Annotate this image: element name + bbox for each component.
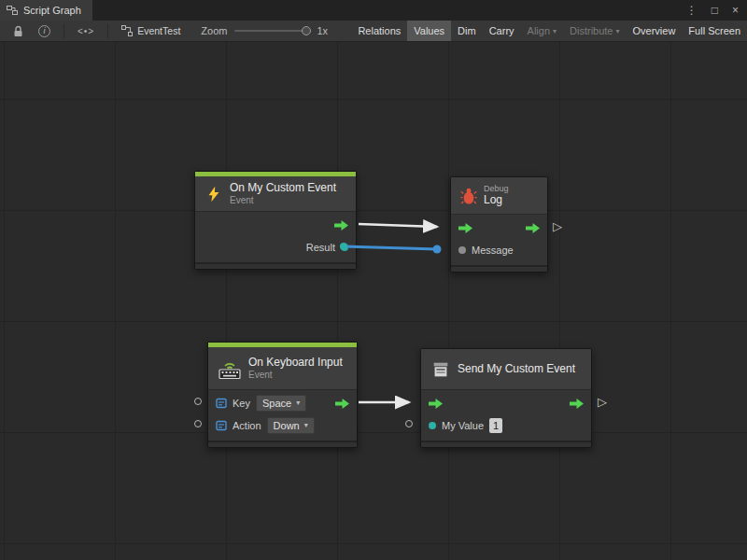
- enum-type-icon: [216, 398, 227, 409]
- flow-output-port[interactable]: [570, 399, 584, 409]
- flow-row: [451, 217, 547, 239]
- zoom-slider[interactable]: [234, 30, 309, 32]
- close-icon[interactable]: ×: [732, 5, 739, 16]
- node-footer: [451, 265, 547, 272]
- code-preview-icon[interactable]: <•>: [70, 21, 102, 41]
- flow-output-row: [195, 214, 356, 236]
- my-value-input-port[interactable]: [429, 422, 436, 429]
- overview-button[interactable]: Overview: [627, 21, 683, 41]
- result-output-port[interactable]: [341, 244, 348, 251]
- node-titles: On Keyboard Input Event: [248, 356, 343, 381]
- message-port-label: Message: [472, 245, 514, 256]
- graph-tab-icon: [7, 5, 18, 16]
- node-title: On Keyboard Input: [248, 356, 343, 370]
- node-header[interactable]: On Keyboard Input Event: [208, 347, 357, 390]
- node-footer: [208, 441, 357, 447]
- flow-output-port[interactable]: [526, 223, 540, 233]
- fullscreen-button[interactable]: Full Screen: [682, 21, 747, 41]
- node-body: Message: [451, 215, 547, 265]
- action-input-row: Action Down ▾: [208, 414, 357, 437]
- keyboard-icon: [218, 357, 242, 380]
- tab-title: Script Graph: [23, 5, 81, 16]
- custom-event-icon: [430, 359, 451, 380]
- window-menu-icon[interactable]: ⋮: [686, 5, 698, 16]
- node-titles: Send My Custom Event: [458, 362, 575, 376]
- zoom-control: Zoom 1x: [201, 25, 328, 36]
- node-title: Send My Custom Event: [458, 362, 575, 376]
- window-controls: ⋮ □ ×: [686, 0, 747, 21]
- connection-flow-event-to-log[interactable]: [359, 224, 437, 227]
- connection-result-to-message[interactable]: [344, 246, 437, 249]
- message-input-row: Message: [451, 239, 547, 261]
- connection-end-dot[interactable]: [433, 245, 442, 254]
- node-header[interactable]: Send My Custom Event: [421, 349, 591, 390]
- my-value-input-row: My Value 1: [421, 414, 591, 437]
- node-on-keyboard-input[interactable]: On Keyboard Input Event Key Space ▾: [207, 342, 358, 448]
- action-dropdown[interactable]: Down ▾: [267, 417, 315, 434]
- toolbar-separator: [63, 24, 64, 38]
- key-port-label: Key: [233, 398, 250, 409]
- my-value-input[interactable]: 1: [489, 418, 502, 433]
- zoom-label: Zoom: [201, 25, 227, 36]
- result-output-row: Result: [195, 236, 356, 259]
- node-titles: On My Custom Event Event: [230, 181, 336, 206]
- node-debug-log[interactable]: Debug Log Message: [450, 176, 548, 273]
- node-kicker: Debug: [484, 184, 509, 194]
- node-body: Key Space ▾ Action: [208, 390, 357, 441]
- lightning-bolt-icon: [204, 185, 223, 203]
- flow-continuation-icon: ▷: [553, 220, 562, 232]
- lock-icon[interactable]: [6, 21, 31, 41]
- result-port-label: Result: [306, 242, 335, 253]
- chevron-down-icon: ▾: [616, 28, 620, 35]
- enum-type-icon: [216, 420, 227, 431]
- key-dropdown[interactable]: Space ▾: [256, 395, 306, 412]
- node-body: Result: [195, 212, 356, 262]
- bug-icon: [460, 187, 477, 205]
- graph-canvas[interactable]: On My Custom Event Event Result: [0, 42, 747, 560]
- flow-input-port[interactable]: [429, 399, 443, 409]
- info-icon[interactable]: i: [31, 21, 58, 41]
- message-input-port[interactable]: [458, 246, 466, 254]
- flow-output-port[interactable]: [334, 220, 348, 231]
- node-on-my-custom-event[interactable]: On My Custom Event Event Result: [194, 171, 357, 270]
- action-port-label: Action: [233, 420, 261, 431]
- relations-button[interactable]: Relations: [351, 21, 407, 41]
- chevron-down-icon: ▾: [296, 397, 300, 410]
- node-title: Log: [484, 193, 509, 207]
- chevron-down-icon: ▾: [553, 28, 557, 35]
- flow-output-port[interactable]: [335, 399, 349, 409]
- action-outer-port[interactable]: [194, 420, 202, 427]
- flow-continuation-icon: ▷: [598, 396, 607, 408]
- node-subtitle: Event: [248, 370, 343, 381]
- align-dropdown-button[interactable]: Align ▾: [521, 21, 563, 41]
- node-footer: [421, 441, 591, 447]
- graph-toolbar: i <•> EventTest Zoom 1x Relations Values: [0, 21, 747, 42]
- values-button[interactable]: Values: [407, 21, 451, 41]
- my-value-outer-port[interactable]: [405, 420, 413, 427]
- distribute-dropdown-button[interactable]: Distribute ▾: [563, 21, 626, 41]
- flow-row: [421, 392, 591, 414]
- titlebar: Script Graph ⋮ □ ×: [0, 0, 747, 21]
- node-header[interactable]: Debug Log: [451, 177, 547, 215]
- key-input-row: Key Space ▾: [208, 392, 357, 414]
- graph-icon: [121, 25, 133, 36]
- toolbar-buttons: Relations Values Dim Carry Align ▾ Distr…: [351, 21, 747, 41]
- zoom-value: 1x: [317, 25, 328, 36]
- node-header[interactable]: On My Custom Event Event: [195, 176, 356, 212]
- toolbar-separator: [107, 24, 108, 38]
- my-value-port-label: My Value: [442, 420, 484, 431]
- flow-input-port[interactable]: [458, 223, 472, 233]
- node-send-my-custom-event[interactable]: Send My Custom Event My Value 1: [420, 348, 592, 448]
- dim-button[interactable]: Dim: [451, 21, 483, 41]
- carry-button[interactable]: Carry: [483, 21, 521, 41]
- tab-script-graph[interactable]: Script Graph: [0, 0, 92, 21]
- node-subtitle: Event: [230, 195, 336, 206]
- unity-script-graph-window: Script Graph ⋮ □ × i <•> EventTes: [0, 0, 747, 560]
- chevron-down-icon: ▾: [304, 419, 308, 432]
- key-outer-port[interactable]: [194, 398, 202, 405]
- graph-breadcrumb[interactable]: EventTest: [114, 21, 188, 41]
- zoom-slider-handle[interactable]: [302, 26, 311, 35]
- maximize-icon[interactable]: □: [712, 5, 718, 16]
- connections-layer: [0, 42, 747, 560]
- node-footer: [195, 262, 356, 269]
